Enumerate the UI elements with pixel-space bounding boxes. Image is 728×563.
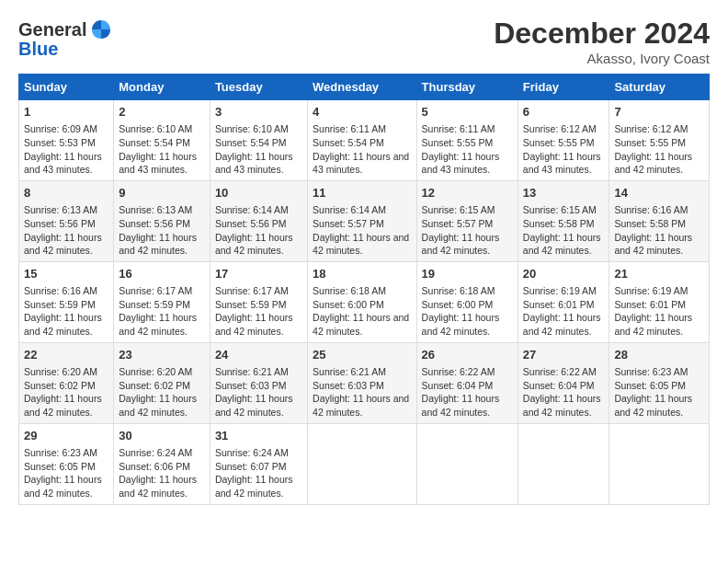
week-row-1: 1Sunrise: 6:09 AMSunset: 5:53 PMDaylight… [19, 100, 710, 181]
week-row-5: 29Sunrise: 6:23 AMSunset: 6:05 PMDayligh… [19, 423, 710, 504]
daylight: Daylight: 11 hours and 43 minutes. [313, 151, 409, 176]
day-number: 6 [523, 104, 605, 121]
sunrise: Sunrise: 6:22 AM [422, 366, 495, 377]
sunrise: Sunrise: 6:09 AM [24, 123, 97, 134]
sunrise: Sunrise: 6:16 AM [24, 285, 97, 296]
sunset: Sunset: 5:58 PM [523, 218, 595, 229]
calendar-cell: 6Sunrise: 6:12 AMSunset: 5:55 PMDaylight… [518, 100, 609, 181]
col-saturday: Saturday [609, 75, 710, 100]
title-block: December 2024 Akasso, Ivory Coast [494, 17, 710, 66]
calendar-cell: 25Sunrise: 6:21 AMSunset: 6:03 PMDayligh… [308, 342, 416, 423]
sunrise: Sunrise: 6:19 AM [614, 285, 688, 296]
daylight: Daylight: 11 hours and 42 minutes. [119, 312, 197, 337]
sunrise: Sunrise: 6:24 AM [215, 447, 289, 458]
sunset: Sunset: 6:01 PM [523, 299, 595, 310]
sunrise: Sunrise: 6:15 AM [422, 204, 495, 215]
daylight: Daylight: 11 hours and 43 minutes. [24, 151, 102, 176]
daylight: Daylight: 11 hours and 42 minutes. [313, 393, 409, 418]
sunset: Sunset: 6:06 PM [119, 461, 190, 472]
calendar-cell: 11Sunrise: 6:14 AMSunset: 5:57 PMDayligh… [308, 180, 416, 261]
daylight: Daylight: 11 hours and 42 minutes. [614, 312, 692, 337]
calendar-cell: 22Sunrise: 6:20 AMSunset: 6:02 PMDayligh… [19, 342, 114, 423]
calendar-cell [609, 423, 710, 504]
sunset: Sunset: 6:04 PM [422, 380, 494, 391]
calendar-cell: 4Sunrise: 6:11 AMSunset: 5:54 PMDaylight… [308, 100, 416, 181]
sunrise: Sunrise: 6:10 AM [119, 123, 192, 134]
calendar-cell: 27Sunrise: 6:22 AMSunset: 6:04 PMDayligh… [518, 342, 609, 423]
sunrise: Sunrise: 6:19 AM [523, 285, 597, 296]
sunset: Sunset: 5:56 PM [119, 218, 190, 229]
daylight: Daylight: 11 hours and 42 minutes. [313, 232, 409, 257]
day-number: 10 [215, 185, 302, 201]
sunrise: Sunrise: 6:18 AM [313, 285, 386, 296]
sunset: Sunset: 5:54 PM [215, 137, 287, 148]
calendar-cell: 31Sunrise: 6:24 AMSunset: 6:07 PMDayligh… [210, 423, 307, 504]
day-number: 25 [313, 347, 411, 363]
calendar-cell: 8Sunrise: 6:13 AMSunset: 5:56 PMDaylight… [19, 180, 114, 261]
day-number: 13 [523, 185, 605, 201]
day-number: 12 [422, 185, 513, 201]
sunrise: Sunrise: 6:10 AM [215, 123, 289, 134]
logo-text-general: General [18, 19, 86, 40]
daylight: Daylight: 11 hours and 42 minutes. [24, 232, 102, 257]
calendar-cell [518, 423, 609, 504]
day-number: 17 [215, 266, 302, 282]
sunset: Sunset: 5:55 PM [523, 137, 595, 148]
header-row: Sunday Monday Tuesday Wednesday Thursday… [19, 75, 710, 100]
calendar-cell [308, 423, 416, 504]
daylight: Daylight: 11 hours and 42 minutes. [614, 151, 692, 176]
day-number: 3 [215, 104, 302, 121]
sunset: Sunset: 5:59 PM [24, 299, 96, 310]
calendar-cell: 12Sunrise: 6:15 AMSunset: 5:57 PMDayligh… [416, 180, 518, 261]
daylight: Daylight: 11 hours and 42 minutes. [119, 393, 197, 418]
daylight: Daylight: 11 hours and 42 minutes. [119, 474, 197, 499]
sunrise: Sunrise: 6:22 AM [523, 366, 597, 377]
col-thursday: Thursday [416, 75, 518, 100]
calendar-cell: 10Sunrise: 6:14 AMSunset: 5:56 PMDayligh… [210, 180, 307, 261]
sunset: Sunset: 6:04 PM [523, 380, 595, 391]
sunrise: Sunrise: 6:11 AM [313, 123, 386, 134]
daylight: Daylight: 11 hours and 42 minutes. [523, 393, 601, 418]
calendar-cell: 9Sunrise: 6:13 AMSunset: 5:56 PMDaylight… [114, 180, 210, 261]
day-number: 1 [24, 104, 108, 121]
sunrise: Sunrise: 6:14 AM [215, 204, 289, 215]
day-number: 23 [119, 347, 205, 363]
sunrise: Sunrise: 6:20 AM [119, 366, 192, 377]
day-number: 28 [614, 347, 704, 363]
sunset: Sunset: 5:59 PM [119, 299, 190, 310]
sunset: Sunset: 6:07 PM [215, 461, 287, 472]
calendar-cell: 24Sunrise: 6:21 AMSunset: 6:03 PMDayligh… [210, 342, 307, 423]
sunset: Sunset: 5:54 PM [313, 137, 384, 148]
day-number: 5 [422, 104, 513, 121]
header: General Blue December 2024 Akasso, Ivory… [18, 17, 710, 66]
sunrise: Sunrise: 6:21 AM [215, 366, 289, 377]
col-monday: Monday [114, 75, 210, 100]
page: General Blue December 2024 Akasso, Ivory… [0, 0, 728, 563]
sunrise: Sunrise: 6:11 AM [422, 123, 495, 134]
day-number: 20 [523, 266, 605, 282]
daylight: Daylight: 11 hours and 42 minutes. [215, 232, 293, 257]
sunrise: Sunrise: 6:14 AM [313, 204, 386, 215]
sunset: Sunset: 5:53 PM [24, 137, 96, 148]
calendar-cell: 16Sunrise: 6:17 AMSunset: 5:59 PMDayligh… [114, 261, 210, 342]
sunrise: Sunrise: 6:23 AM [24, 447, 97, 458]
calendar-cell: 14Sunrise: 6:16 AMSunset: 5:58 PMDayligh… [609, 180, 710, 261]
sunset: Sunset: 5:56 PM [24, 218, 96, 229]
calendar-cell: 3Sunrise: 6:10 AMSunset: 5:54 PMDaylight… [210, 100, 307, 181]
sunrise: Sunrise: 6:13 AM [24, 204, 97, 215]
sunset: Sunset: 6:05 PM [24, 461, 96, 472]
sunrise: Sunrise: 6:12 AM [523, 123, 597, 134]
calendar-cell: 26Sunrise: 6:22 AMSunset: 6:04 PMDayligh… [416, 342, 518, 423]
calendar-cell: 1Sunrise: 6:09 AMSunset: 5:53 PMDaylight… [19, 100, 114, 181]
sunset: Sunset: 5:59 PM [215, 299, 287, 310]
sunset: Sunset: 5:55 PM [422, 137, 494, 148]
calendar-cell [416, 423, 518, 504]
daylight: Daylight: 11 hours and 43 minutes. [422, 151, 500, 176]
sunset: Sunset: 6:02 PM [24, 380, 96, 391]
daylight: Daylight: 11 hours and 43 minutes. [215, 151, 293, 176]
day-number: 31 [215, 428, 302, 444]
daylight: Daylight: 11 hours and 42 minutes. [422, 393, 500, 418]
sunrise: Sunrise: 6:16 AM [614, 204, 688, 215]
subtitle: Akasso, Ivory Coast [494, 51, 710, 66]
calendar-cell: 28Sunrise: 6:23 AMSunset: 6:05 PMDayligh… [609, 342, 710, 423]
